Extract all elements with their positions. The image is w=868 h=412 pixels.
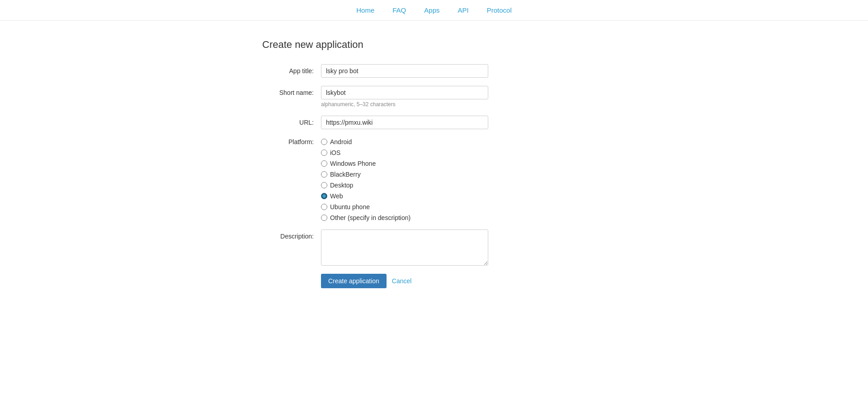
radio-blackberry[interactable]: [321, 171, 327, 178]
radio-desktop[interactable]: [321, 182, 327, 188]
app-title-label: App title:: [262, 64, 321, 75]
platform-windows-phone[interactable]: Windows Phone: [321, 160, 410, 167]
nav-protocol[interactable]: Protocol: [487, 6, 512, 14]
platform-other[interactable]: Other (specify in description): [321, 214, 410, 221]
app-title-input[interactable]: [321, 64, 488, 78]
radio-ubuntu-phone[interactable]: [321, 204, 327, 210]
nav-faq[interactable]: FAQ: [392, 6, 406, 14]
main-content: Create new application App title: Short …: [253, 39, 615, 288]
short-name-row: Short name: alphanumeric, 5–32 character…: [262, 86, 606, 108]
nav-api[interactable]: API: [458, 6, 469, 14]
short-name-input[interactable]: [321, 86, 488, 99]
url-input[interactable]: [321, 116, 488, 129]
radio-windows-phone[interactable]: [321, 160, 327, 167]
platform-ios[interactable]: iOS: [321, 149, 410, 156]
app-title-control: [321, 64, 488, 78]
platform-other-label: Other (specify in description): [330, 214, 410, 221]
platform-radio-group: Android iOS Windows Phone BlackBerry Des…: [321, 137, 410, 221]
short-name-control: alphanumeric, 5–32 characters: [321, 86, 488, 108]
platform-ubuntu-phone[interactable]: Ubuntu phone: [321, 203, 410, 211]
platform-ubuntu-phone-label: Ubuntu phone: [330, 203, 370, 211]
nav-home[interactable]: Home: [356, 6, 374, 14]
platform-blackberry-label: BlackBerry: [330, 171, 361, 178]
radio-web[interactable]: [321, 193, 327, 199]
app-title-row: App title:: [262, 64, 606, 78]
short-name-hint: alphanumeric, 5–32 characters: [321, 101, 488, 108]
platform-desktop[interactable]: Desktop: [321, 182, 410, 189]
radio-other[interactable]: [321, 215, 327, 221]
platform-web[interactable]: Web: [321, 192, 410, 200]
platform-ios-label: iOS: [330, 149, 340, 156]
main-nav: Home FAQ Apps API Protocol: [0, 0, 868, 21]
url-control: [321, 116, 488, 129]
url-row: URL:: [262, 116, 606, 129]
platform-row: Platform: Android iOS Windows Phone Blac…: [262, 137, 606, 221]
button-row: Create application Cancel: [321, 274, 606, 288]
platform-android-label: Android: [330, 138, 352, 145]
description-row: Description:: [262, 229, 606, 266]
radio-ios[interactable]: [321, 150, 327, 156]
platform-blackberry[interactable]: BlackBerry: [321, 171, 410, 178]
platform-label: Platform:: [262, 137, 321, 145]
radio-android[interactable]: [321, 139, 327, 145]
page-title: Create new application: [262, 39, 606, 51]
platform-desktop-label: Desktop: [330, 182, 353, 189]
create-application-button[interactable]: Create application: [321, 274, 387, 288]
platform-windows-phone-label: Windows Phone: [330, 160, 376, 167]
description-label: Description:: [262, 229, 321, 240]
description-textarea[interactable]: [321, 229, 488, 266]
short-name-label: Short name:: [262, 86, 321, 96]
url-label: URL:: [262, 116, 321, 126]
nav-apps[interactable]: Apps: [424, 6, 439, 14]
platform-android[interactable]: Android: [321, 138, 410, 145]
cancel-link[interactable]: Cancel: [392, 277, 412, 285]
platform-web-label: Web: [330, 192, 343, 200]
